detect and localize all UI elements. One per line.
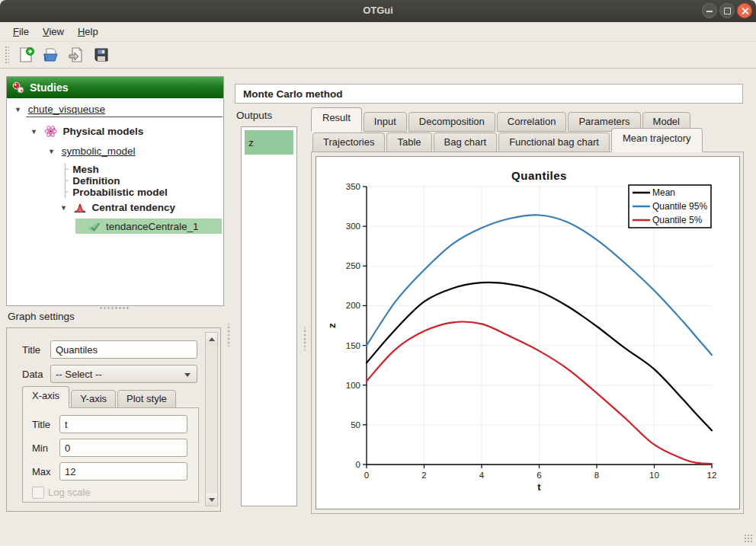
tree-branch-icon: └ — [77, 220, 83, 232]
close-icon — [738, 4, 751, 18]
expander-icon[interactable]: ▼ — [30, 124, 41, 139]
tab-mean-trajectory[interactable]: Mean trajectory — [611, 128, 703, 152]
arrow-up-icon — [209, 337, 215, 341]
expander-icon[interactable]: ▼ — [60, 200, 71, 216]
open-study-button[interactable] — [40, 44, 62, 65]
outputs-splitter-handle[interactable] — [303, 327, 307, 350]
expander-icon[interactable]: ▼ — [48, 144, 59, 159]
openturns-logo-icon — [12, 81, 24, 94]
minimize-icon — [703, 4, 716, 18]
close-button[interactable] — [737, 3, 752, 18]
open-study-icon — [43, 46, 60, 64]
tab-result[interactable]: Result — [311, 107, 362, 132]
x-title-input[interactable] — [59, 415, 187, 433]
menu-view[interactable]: View — [36, 23, 71, 40]
toolbar — [0, 42, 756, 69]
tree-item-probabilistic-model[interactable]: ├ Probabilistic model — [62, 184, 168, 200]
tree-item-label: tendanceCentrale_1 — [106, 221, 199, 232]
tree-item-label: symbolic_model — [62, 145, 136, 157]
left-splitter-handle[interactable] — [99, 306, 130, 311]
y-tick-label: 100 — [346, 381, 360, 390]
main-splitter-handle[interactable] — [226, 324, 231, 346]
data-select-label: Data — [22, 369, 43, 380]
outputs-list: z — [241, 126, 297, 506]
tab-plot-style[interactable]: Plot style — [117, 390, 176, 408]
legend-label: Quantile 95% — [652, 201, 707, 212]
chevron-down-icon — [184, 373, 191, 377]
maximize-icon — [720, 4, 734, 18]
y-tick-label: 0 — [356, 460, 360, 469]
tree-item-label: Probabilistic model — [72, 187, 168, 198]
export-script-button[interactable] — [66, 44, 87, 65]
chart-title: Quantiles — [511, 169, 567, 182]
new-study-button[interactable] — [15, 44, 37, 65]
x-min-input[interactable] — [59, 439, 187, 457]
check-icon — [88, 222, 100, 237]
log-scale-checkbox[interactable] — [32, 487, 44, 499]
tab-input[interactable]: Input — [364, 112, 407, 132]
scroll-up-button[interactable] — [206, 333, 217, 345]
y-tick-label: 150 — [346, 341, 360, 350]
graph-settings-label: Graph settings — [8, 311, 75, 322]
graph-settings-panel: Title Data -- Select -- X-axis Y-axis Pl… — [6, 327, 221, 512]
tree-branch-icon: ├ — [62, 186, 68, 198]
menu-file[interactable]: File — [6, 23, 36, 40]
x-axis-tab-panel: Title Min Max Log scale — [22, 407, 199, 503]
legend-label: Quantile 5% — [652, 215, 703, 225]
tab-functional-bag-chart[interactable]: Functional bag chart — [498, 133, 610, 152]
tab-bag-chart[interactable]: Bag chart — [434, 133, 498, 152]
titlebar: OTGui — [0, 0, 756, 22]
tab-y-axis[interactable]: Y-axis — [71, 390, 116, 408]
tab-content-frame: 050100150200250300350024681012Quantilest… — [311, 152, 744, 514]
save-icon — [93, 46, 111, 64]
tree-item-symbolic-model[interactable]: ▼ symbolic_model — [48, 144, 136, 159]
output-item-z[interactable]: z — [245, 130, 293, 155]
window-resize-grip[interactable] — [744, 534, 753, 543]
tree-item-chute-visqueuse[interactable]: ▼ chute_visqueuse — [14, 102, 105, 117]
x-max-input[interactable] — [59, 462, 187, 481]
y-tick-label: 50 — [351, 420, 360, 429]
scroll-down-button[interactable] — [206, 493, 217, 506]
tab-correlation[interactable]: Correlation — [497, 112, 567, 132]
tree-item-label: Central tendency — [92, 202, 176, 213]
x-max-label: Max — [32, 466, 51, 477]
chart-title-input[interactable] — [50, 340, 197, 359]
legend-label: Mean — [652, 187, 675, 198]
studies-header-label: Studies — [30, 81, 69, 94]
export-script-icon — [68, 46, 85, 64]
toolbar-drag-handle[interactable] — [5, 46, 9, 64]
tree-item-label: chute_visqueuse — [28, 104, 105, 115]
minimize-button[interactable] — [702, 3, 717, 18]
tab-decomposition[interactable]: Decomposition — [408, 112, 495, 132]
graph-settings-scrollbar[interactable] — [205, 332, 218, 506]
studies-panel: Studies ▼ chute_visqueuse ▼ Physic — [6, 76, 224, 306]
chart-tabs: Trajectories Table Bag chart Functional … — [312, 132, 704, 152]
tab-table[interactable]: Table — [386, 133, 431, 152]
otgui-window: OTGui File View Help — [0, 0, 756, 546]
tab-trajectories[interactable]: Trajectories — [312, 133, 385, 152]
x-axis-label: t — [537, 481, 541, 493]
outputs-label: Outputs — [236, 110, 272, 121]
menu-help[interactable]: Help — [71, 23, 105, 40]
new-study-icon — [18, 46, 35, 64]
x-tick-label: 2 — [421, 471, 426, 480]
data-select-combobox[interactable]: -- Select -- — [50, 365, 197, 383]
studies-header: Studies — [7, 77, 223, 98]
save-button[interactable] — [91, 44, 112, 65]
central-tendency-icon — [74, 203, 86, 218]
log-scale-label: Log scale — [48, 487, 91, 498]
tree-item-physical-models[interactable]: ▼ Physical models — [30, 124, 143, 139]
maximize-button[interactable] — [719, 3, 735, 18]
tree-item-central-tendency[interactable]: ▼ Central tendency — [60, 200, 175, 216]
data-select-value: -- Select -- — [56, 369, 102, 380]
axis-tabs: X-axis Y-axis Plot style — [22, 388, 178, 408]
tab-x-axis[interactable]: X-axis — [22, 386, 69, 408]
x-tick-label: 0 — [364, 471, 369, 480]
window-title: OTGui — [0, 5, 756, 16]
tree-item-tendance-centrale-1[interactable]: └ tendanceCentrale_1 — [75, 219, 222, 234]
tree-item-label: Physical models — [63, 126, 144, 137]
physical-model-icon — [44, 126, 57, 142]
y-tick-label: 350 — [346, 182, 360, 191]
expander-icon[interactable]: ▼ — [14, 102, 25, 117]
arrow-down-icon — [209, 498, 215, 502]
